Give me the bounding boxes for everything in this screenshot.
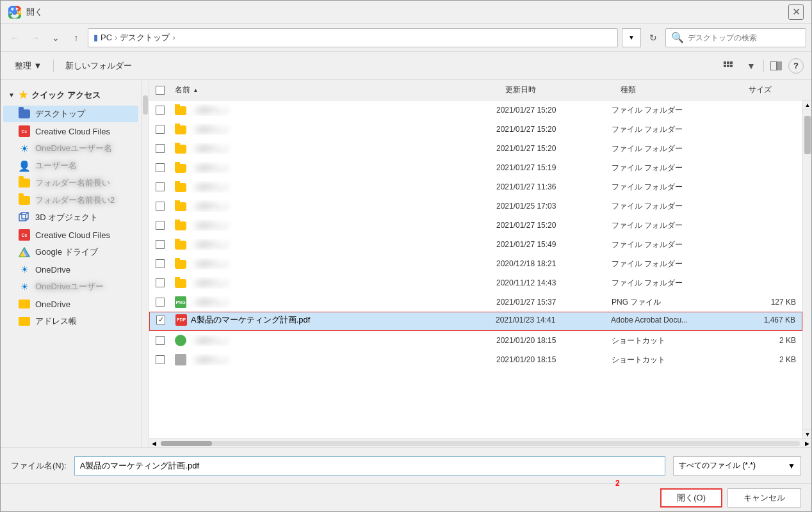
checkbox[interactable] <box>156 355 165 364</box>
header-checkbox-col[interactable] <box>152 86 171 95</box>
file-list-scrollbar[interactable]: ▲ ▼ <box>802 100 811 438</box>
sort-icon: ▲ <box>193 87 199 93</box>
header-type[interactable]: 種類 <box>617 84 745 95</box>
search-input[interactable] <box>688 33 800 42</box>
sidebar-item-3d[interactable]: 3D オブジェクト <box>3 209 138 226</box>
sidebar-item-onedrive2[interactable]: ☀ OneDrive <box>3 261 138 278</box>
checkbox[interactable] <box>156 144 165 153</box>
checkbox[interactable] <box>156 202 165 211</box>
h-scrollbar[interactable]: ◀ ▶ <box>149 438 811 447</box>
file-list-header[interactable]: 名前 ▲ 更新日時 種類 サイズ <box>149 80 811 100</box>
toolbar-separator <box>53 60 54 72</box>
row-checkbox[interactable] <box>152 259 171 268</box>
checkbox[interactable] <box>156 259 165 268</box>
organize-button[interactable]: 整理 ▼ <box>8 57 48 75</box>
row-size: 2 KB <box>736 336 800 345</box>
sidebar-item-folder1[interactable]: フォルダー名前長い <box>3 175 138 191</box>
filename-input[interactable]: A製品のマーケティング計画.pdf <box>74 456 665 476</box>
checkbox[interactable] <box>156 163 165 172</box>
scrollbar-up-arrow[interactable]: ▲ <box>803 100 811 109</box>
header-checkbox[interactable] <box>156 86 165 95</box>
search-box[interactable]: 🔍 <box>665 28 806 47</box>
down-arrow-button[interactable]: ⌄ <box>47 29 65 47</box>
row-checkbox[interactable] <box>152 182 171 191</box>
sidebar-item-google-drive[interactable]: Google ドライブ <box>3 244 138 260</box>
new-folder-button[interactable]: 新しいフォルダー <box>59 57 138 75</box>
row-checkbox[interactable] <box>152 125 171 134</box>
table-row[interactable]: （ぼかし） 2021/01/27 15:49 ファイル フォルダー <box>149 235 802 254</box>
table-row[interactable]: （ぼかし） 2021/01/27 15:20 ファイル フォルダー <box>149 139 802 158</box>
h-scroll-right[interactable]: ▶ <box>802 439 811 448</box>
view-toggle-button[interactable] <box>720 57 739 75</box>
refresh-button[interactable]: ↻ <box>644 28 663 47</box>
checkbox[interactable] <box>156 221 165 230</box>
sidebar-item-desktop[interactable]: デスクトップ <box>3 106 138 122</box>
checkbox[interactable] <box>156 125 165 134</box>
h-scroll-left[interactable]: ◀ <box>149 439 158 448</box>
checkbox[interactable]: ✓ <box>156 316 165 324</box>
header-name[interactable]: 名前 ▲ <box>171 84 501 95</box>
main-content: ▼ ★ クイック アクセス デスクトップ Cc Creative Cloud F… <box>1 80 811 447</box>
sidebar-scrollbar[interactable] <box>142 80 149 447</box>
cancel-button[interactable]: キャンセル <box>727 488 801 508</box>
table-row[interactable]: （ぼかし） 2021/01/25 17:03 ファイル フォルダー <box>149 196 802 216</box>
row-checkbox[interactable] <box>152 355 171 364</box>
forward-button[interactable]: → <box>26 29 44 47</box>
help-button[interactable]: ? <box>788 58 804 74</box>
table-row[interactable]: （ぼかし） 2021/01/20 18:15 ショートカット 2 KB <box>149 350 802 369</box>
checkbox[interactable] <box>156 298 165 307</box>
open-button[interactable]: 開く(O) <box>660 488 722 508</box>
table-row[interactable]: （ぼかし） 2020/11/12 14:43 ファイル フォルダー <box>149 273 802 292</box>
table-row[interactable]: PNG （ぼかし） 2021/01/27 15:37 PNG ファイル 127 … <box>149 292 802 312</box>
checkbox[interactable] <box>156 336 165 345</box>
table-row[interactable]: （ぼかし） 2021/01/27 15:19 ファイル フォルダー <box>149 158 802 177</box>
breadcrumb-dropdown[interactable]: ▼ <box>622 28 641 47</box>
row-checkbox[interactable]: ✓ <box>152 316 172 324</box>
row-checkbox[interactable] <box>152 202 171 211</box>
checkbox[interactable] <box>156 182 165 191</box>
preview-pane-button[interactable] <box>767 57 786 75</box>
row-name: （ぼかし） <box>171 354 492 365</box>
sidebar-item-onedrive3[interactable]: ☀ OneDriveユーザー <box>3 278 138 295</box>
onedrive4-icon <box>19 298 30 310</box>
checkbox[interactable] <box>156 278 165 287</box>
checkbox[interactable] <box>156 240 165 249</box>
toolbar: 整理 ▼ 新しいフォルダー ▼ <box>1 52 811 80</box>
row-name: （ぼかし） <box>171 239 492 250</box>
sidebar-address-label: アドレス帳 <box>35 316 77 327</box>
sidebar-item-cc-files[interactable]: Cc Creative Cloud Files <box>3 123 138 140</box>
header-size[interactable]: サイズ <box>745 84 809 95</box>
sidebar-item-person[interactable]: 👤 ユーザー名 <box>3 157 138 174</box>
checkbox[interactable] <box>156 106 165 115</box>
back-button[interactable]: ← <box>6 29 24 47</box>
row-checkbox[interactable] <box>152 336 171 345</box>
table-row[interactable]: ✓ PDF A製品のマーケティング計画.pdf 2021/01/23 14:41… <box>149 312 802 331</box>
sidebar-item-address[interactable]: アドレス帳 <box>3 313 138 330</box>
view-dropdown-button[interactable]: ▼ <box>742 57 761 75</box>
row-checkbox[interactable] <box>152 106 171 115</box>
row-checkbox[interactable] <box>152 298 171 307</box>
table-row[interactable]: （ぼかし） 2021/01/27 11:36 ファイル フォルダー <box>149 177 802 196</box>
row-name: （ぼかし） <box>171 200 492 212</box>
up-button[interactable]: ↑ <box>67 29 85 47</box>
filetype-select[interactable]: すべてのファイル (*.*) ▼ <box>673 456 801 476</box>
sidebar-item-cc-files2[interactable]: Cc Creative Cloud Files <box>3 227 138 243</box>
close-button[interactable]: ✕ <box>788 4 804 20</box>
scrollbar-down-arrow[interactable]: ▼ <box>803 429 811 438</box>
row-checkbox[interactable] <box>152 221 171 230</box>
header-modified[interactable]: 更新日時 <box>501 84 617 95</box>
sidebar-item-onedrive1[interactable]: ☀ OneDriveユーザー名 <box>3 140 138 157</box>
row-checkbox[interactable] <box>152 144 171 153</box>
table-row[interactable]: （ぼかし） 2021/01/27 15:20 ファイル フォルダー <box>149 120 802 139</box>
sidebar-item-folder2[interactable]: フォルダー名前長い2 <box>3 192 138 209</box>
sidebar-cc-files2-label: Creative Cloud Files <box>35 230 110 240</box>
table-row[interactable]: （ぼかし） 2021/01/20 18:15 ショートカット 2 KB <box>149 331 802 350</box>
row-checkbox[interactable] <box>152 163 171 172</box>
breadcrumb[interactable]: ▮ PC › デスクトップ › <box>88 28 618 47</box>
table-row[interactable]: （ぼかし） 2021/01/27 15:20 ファイル フォルダー <box>149 100 802 120</box>
row-checkbox[interactable] <box>152 278 171 287</box>
table-row[interactable]: （ぼかし） 2021/01/27 15:20 ファイル フォルダー <box>149 216 802 235</box>
row-checkbox[interactable] <box>152 240 171 249</box>
table-row[interactable]: （ぼかし） 2020/12/18 18:21 ファイル フォルダー <box>149 254 802 273</box>
sidebar-item-onedrive4[interactable]: OneDrive <box>3 296 138 312</box>
